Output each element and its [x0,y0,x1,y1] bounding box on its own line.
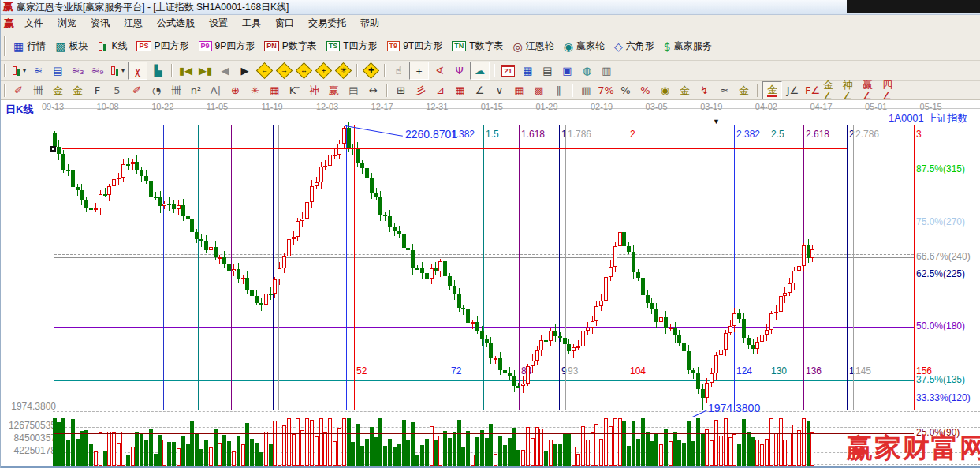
cloud-tool-button[interactable]: ☁ [470,62,490,80]
winner-service-button[interactable]: $赢家服务 [659,38,717,54]
nav-first-button[interactable]: ▮◀ [177,62,195,79]
trendline-handle[interactable] [50,146,56,152]
k-quote-button[interactable]: K″ [285,82,304,99]
ying-angle-button[interactable]: 赢∠ [863,82,881,99]
9t-square-button[interactable]: T99T四方形 [382,38,448,54]
spiral-button[interactable]: 5 [108,82,126,99]
crosshair-button[interactable]: ＋ [409,62,429,80]
box-axes-button[interactable]: ⊞ [392,82,410,99]
percent-line-button[interactable]: % [636,82,654,99]
info-memo-button[interactable]: ▤ [49,62,67,79]
price-grid-1-button[interactable]: ▦ [510,82,528,99]
gold-angle-button[interactable]: 金∠ [823,82,841,99]
pattern-box-button[interactable]: χ [128,62,147,80]
menu-item-窗口[interactable]: 窗口 [268,15,301,32]
gold-underline-button[interactable]: 金 [735,82,753,99]
report-button[interactable]: ▤ [538,62,557,79]
radial-web-button[interactable]: ✳ [246,82,264,99]
grid-web-button[interactable]: ▦ [266,82,284,99]
knife-2-button[interactable]: ✐ [128,82,146,99]
menu-item-设置[interactable]: 设置 [202,15,235,32]
gann-web-button[interactable]: Ψ [450,62,468,79]
angle-set-button[interactable]: ∠ [471,82,489,99]
menu-item-帮助[interactable]: 帮助 [353,15,386,32]
move-view-button[interactable]: ✚ [362,62,380,79]
tick-ruler-2-button[interactable]: 卌 [167,82,185,99]
tick-ruler-button[interactable]: 卌 [29,82,47,99]
sectors-button[interactable]: ▩板块 [50,38,92,54]
f-ruler-button[interactable]: F [88,82,106,99]
pan-hand-button[interactable]: ☝ [389,62,408,79]
cycle-clock-button[interactable]: ◔ [147,82,166,99]
percent-7-button[interactable]: 7% [597,82,615,99]
nav-prev-button[interactable]: ◀ [216,62,234,79]
gold-level-button[interactable]: 金 [676,82,694,99]
zoom-out-all-button[interactable]: ✳ [334,62,352,79]
9p-square-button[interactable]: P99P四方形 [194,38,260,54]
menu-item-浏览[interactable]: 浏览 [50,15,84,32]
menu-item-江恩[interactable]: 江恩 [117,15,150,32]
p-number-table-button[interactable]: PNP数字表 [259,38,322,54]
kline-button[interactable]: K线 [92,38,132,54]
export-web-button[interactable]: ◍ [578,62,596,79]
calculator-button[interactable]: ▦ [519,62,537,79]
ruler-123-button[interactable]: ▤ [345,82,363,99]
menu-item-公式选股[interactable]: 公式选股 [150,15,202,32]
volume-profile-button[interactable]: ▙ [149,62,167,79]
nav-last-button[interactable]: ▶▮ [196,62,214,79]
zoom-in-all-button[interactable]: ＋ [315,62,333,79]
zoom-in-x-button[interactable]: → [275,62,293,79]
shen-tool-button[interactable]: 神 [305,82,323,99]
shen-angle-button[interactable]: 神∠ [843,82,861,99]
h-stretch-button[interactable]: ↔ [364,82,382,99]
t-square-button[interactable]: TST四方形 [322,38,382,54]
price-grid-2-button[interactable]: ▩ [530,82,548,99]
n-square-button[interactable]: n² [187,82,205,99]
scale-list-button[interactable]: ▥ [577,82,595,99]
valley-button[interactable]: ∨ [490,82,509,99]
menu-item-交易委托[interactable]: 交易委托 [301,15,353,32]
gann-wheel-button[interactable]: ◎江恩轮 [508,38,558,54]
menu-item-文件[interactable]: 文件 [17,15,50,32]
kline-period-button[interactable]: ▾ [9,62,28,79]
angle-measure-button[interactable]: ∢ [430,62,449,79]
send-to-pc-button[interactable]: ▥ [598,62,616,79]
calendar-button[interactable]: 21 [499,62,517,79]
trend-view-button[interactable]: ≋ [29,62,47,79]
quotes-button[interactable]: ▦行情 [9,38,50,54]
gold-sieve-2-button[interactable]: 金 [69,82,87,99]
title-bar[interactable]: 赢 赢家江恩专业版[赢家服务平台] - [上证指数 SH1A0001-168日K… [1,0,980,15]
kline-chart-canvas[interactable]: 日K线 1A0001 上证指数 ▼ 赢家财富网 09-1310-0810-221… [1,100,980,468]
parallel-lines-button[interactable]: ∥ [550,82,568,99]
j-angle-button[interactable]: J∠ [784,82,802,99]
f-angle-button[interactable]: F∠ [803,82,822,99]
wave-tool-button[interactable]: ≈ [715,82,733,99]
ma-9-button[interactable]: ≋₉ [88,62,106,79]
menu-item-资讯[interactable]: 资讯 [84,15,117,32]
ying-tool-button[interactable]: 赢 [325,82,343,99]
zoom-fit-x-button[interactable]: ↔ [295,62,313,79]
nav-next-button[interactable]: ▶ [236,62,254,79]
kline-style-button[interactable]: ▾ [108,62,126,79]
winner-wheel-button[interactable]: ◉赢家轮 [559,38,609,54]
fan-triangle-button[interactable]: ⊿ [431,82,449,99]
ma-3-button[interactable]: ≋₃ [69,62,87,79]
menu-item-工具[interactable]: 工具 [235,15,268,32]
draw-knife-button[interactable]: ✐ [9,82,28,99]
fan-lines-button[interactable]: 彡 [412,82,430,99]
brush-mark-button[interactable]: ↯ [695,82,714,99]
fan-grid-button[interactable]: ▦ [451,82,469,99]
percent-button[interactable]: % [617,82,635,99]
p-square-button[interactable]: PSP四方形 [132,38,193,54]
zoom-out-x-button[interactable]: ← [255,62,274,79]
compass-button[interactable]: ⊕ [226,82,244,99]
t-number-table-button[interactable]: TNT数字表 [447,38,508,54]
gold-selected-button[interactable]: 金 [762,81,782,99]
si-angle-button[interactable]: 四∠ [882,82,900,99]
child-window-icon[interactable]: 赢 [4,17,14,31]
gold-circle-button[interactable]: ◉ [656,82,674,99]
save-button[interactable]: ▣ [558,62,576,79]
gold-sieve-1-button[interactable]: 金 [49,82,67,99]
a-mirror-button[interactable]: A| [207,82,225,99]
hexagon-button[interactable]: ◇六角形 [609,38,659,54]
